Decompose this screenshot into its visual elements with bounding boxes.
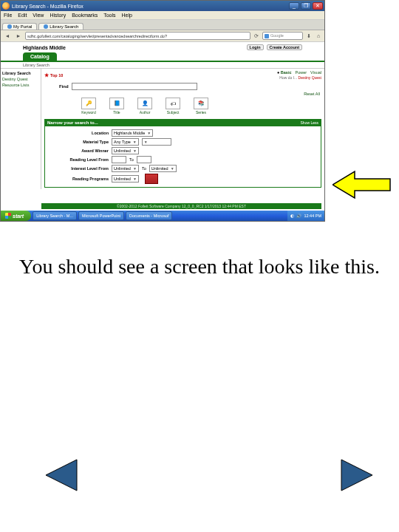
search-input[interactable] <box>72 83 197 90</box>
mode-visual[interactable]: Visual <box>310 70 321 75</box>
taskbar-item-powerpoint[interactable]: Microsoft PowerPoint <box>78 211 124 220</box>
sidebar-item-destiny-quest[interactable]: Destiny Quest <box>2 76 39 82</box>
nav-toolbar: ◄ ► sdhc.gofollett.com/cataloging/servle… <box>1 30 324 42</box>
material-type-select[interactable]: Any Type▼ <box>112 138 139 146</box>
reading-programs-label: Reading Programs <box>50 177 109 181</box>
material-subtype-select[interactable]: ▼ <box>142 138 171 146</box>
chevron-down-icon: ▼ <box>171 166 174 171</box>
interest-level-label: Interest Level From <box>50 166 109 171</box>
tab-library-search[interactable]: Library Search <box>38 23 83 30</box>
search-by-title[interactable]: 📘 Title <box>109 98 124 115</box>
slide-caption: You should see a screen that looks like … <box>0 255 399 279</box>
search-placeholder: Google <box>270 32 284 40</box>
award-winner-select[interactable]: Unlimited▼ <box>112 147 139 154</box>
tray-icon: 🔊 <box>296 214 301 218</box>
tab-catalog[interactable]: Catalog <box>23 52 57 61</box>
top-10-link[interactable]: ★ Top 10 <box>44 72 63 78</box>
menu-edit[interactable]: Edit <box>18 13 27 18</box>
location-label: Location <box>50 131 109 135</box>
tabbar: My Portal Library Search <box>1 20 324 30</box>
svg-marker-0 <box>332 171 390 198</box>
close-button[interactable]: ✕ <box>313 2 323 10</box>
search-by-author[interactable]: 👤 Author <box>137 98 152 115</box>
reading-programs-select[interactable]: Unlimited▼ <box>112 175 139 183</box>
location-select[interactable]: Highlands Middle▼ <box>112 129 153 137</box>
search-box[interactable]: Google <box>262 32 303 40</box>
sidebar: Library Search Destiny Quest Resource Li… <box>1 69 41 189</box>
chevron-down-icon: ▼ <box>144 140 148 144</box>
google-icon <box>265 34 269 38</box>
show-less-link[interactable]: Show Less <box>301 120 318 125</box>
reading-level-to-input[interactable] <box>137 156 151 163</box>
svg-marker-1 <box>46 460 77 491</box>
chevron-down-icon: ▼ <box>133 177 137 181</box>
svg-marker-2 <box>341 460 372 491</box>
menu-tools[interactable]: Tools <box>103 13 115 18</box>
page-footer: ©2002-2012 Follett Software Company 12_0… <box>41 203 321 209</box>
star-icon: ★ <box>44 72 49 78</box>
chevron-down-icon: ▼ <box>133 140 137 144</box>
tab-favicon-icon <box>7 24 12 29</box>
author-icon: 👤 <box>137 98 152 109</box>
next-slide-button[interactable] <box>340 458 374 495</box>
prev-slide-button[interactable] <box>44 458 78 495</box>
award-winner-label: Award Winner <box>50 149 109 153</box>
destiny-quest-link[interactable]: Destiny Quest <box>299 75 321 80</box>
menu-history[interactable]: History <box>50 13 66 18</box>
tray-time: 12:44 PM <box>304 214 321 218</box>
interest-level-from-select[interactable]: Unlimited▼ <box>112 165 139 172</box>
minimize-button[interactable]: _ <box>289 2 299 10</box>
search-by-subject[interactable]: 🏷 Subject <box>166 98 180 115</box>
tab-label: My Portal <box>13 24 32 29</box>
system-tray[interactable]: ◐ 🔊 12:44 PM <box>287 211 324 221</box>
reload-icon[interactable]: ⟳ <box>253 33 260 40</box>
back-button[interactable]: ◄ <box>3 32 12 41</box>
material-type-label: Material Type <box>50 140 109 144</box>
tab-favicon-icon <box>44 24 48 29</box>
start-button[interactable]: start <box>1 211 31 221</box>
mode-basic[interactable]: ● Basic <box>277 70 292 75</box>
book-icon <box>145 174 158 184</box>
tray-icon: ◐ <box>290 214 294 218</box>
chevron-down-icon: ▼ <box>133 166 137 171</box>
tab-myportal[interactable]: My Portal <box>2 23 37 30</box>
menu-bookmarks[interactable]: Bookmarks <box>72 13 98 18</box>
sidebar-title: Library Search <box>2 70 39 76</box>
window-titlebar: Library Search - Mozilla Firefox _ ❐ ✕ <box>1 1 324 11</box>
sidebar-item-resource-lists[interactable]: Resource Lists <box>2 82 39 88</box>
menu-file[interactable]: File <box>4 13 12 18</box>
tab-label: Library Search <box>50 24 78 29</box>
url-bar[interactable]: sdhc.gofollett.com/cataloging/servlet/pr… <box>25 32 250 40</box>
to-label: To <box>142 166 146 171</box>
reading-level-from-input[interactable] <box>112 156 126 163</box>
taskbar-item-documents[interactable]: Documents - Microsof <box>126 211 173 220</box>
subtab-library-search: Library Search <box>1 62 324 68</box>
narrow-search-panel: Location Highlands Middle▼ Material Type… <box>44 126 321 188</box>
menu-view[interactable]: View <box>33 13 44 18</box>
taskbar-item-firefox[interactable]: Library Search - M... <box>33 211 77 220</box>
search-by-keyword[interactable]: 🔑 Keyword <box>81 98 96 115</box>
narrow-search-header: Narrow your search to... Show Less <box>44 119 321 126</box>
menu-help[interactable]: Help <box>122 13 132 18</box>
mode-power[interactable]: Power <box>296 70 307 75</box>
search-by-series[interactable]: 📚 Series <box>194 98 208 115</box>
window-title: Library Search - Mozilla Firefox <box>12 4 83 9</box>
reading-level-label: Reading Level From <box>50 157 109 162</box>
find-label: Find <box>59 84 69 89</box>
firefox-icon <box>2 2 10 10</box>
forward-button[interactable]: ► <box>14 32 23 41</box>
maximize-button[interactable]: ❐ <box>301 2 311 10</box>
browser-screenshot: Library Search - Mozilla Firefox _ ❐ ✕ F… <box>0 0 325 222</box>
interest-level-to-select[interactable]: Unlimited▼ <box>149 165 177 172</box>
chevron-down-icon: ▼ <box>147 131 151 135</box>
create-account-button[interactable]: Create Account <box>267 44 302 50</box>
login-button[interactable]: Login <box>247 44 264 50</box>
how-do-i-link[interactable]: How do I... <box>279 75 297 80</box>
series-icon: 📚 <box>194 98 208 109</box>
subject-icon: 🏷 <box>166 98 180 109</box>
title-icon: 📘 <box>109 98 124 109</box>
school-name: Highlands Middle <box>23 45 66 50</box>
home-icon[interactable]: ⌂ <box>315 33 322 40</box>
callout-arrow-icon <box>332 170 392 200</box>
download-icon[interactable]: ⬇ <box>305 33 313 40</box>
